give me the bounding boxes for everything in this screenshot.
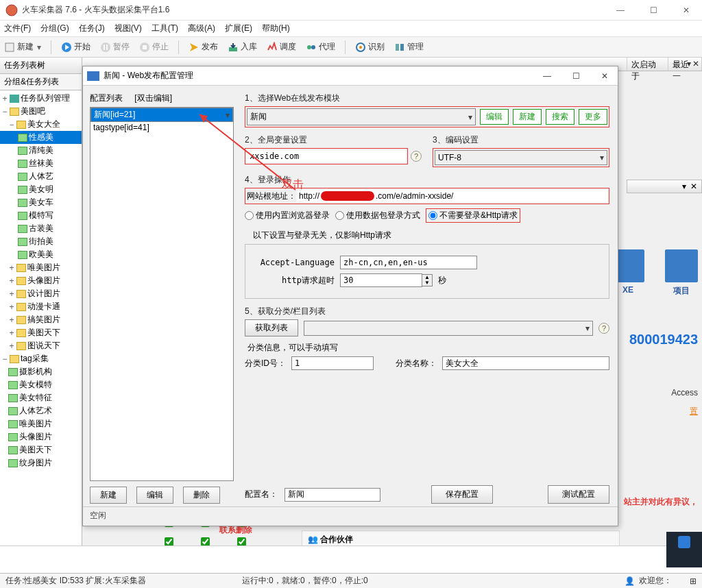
- pane-close-icon[interactable]: ✕: [692, 59, 699, 69]
- dialog-status: 空闲: [83, 506, 618, 523]
- config-name-input[interactable]: [285, 488, 380, 502]
- settings-link[interactable]: 置: [690, 406, 698, 417]
- root-url-input[interactable]: http:// .com/e/admin-xxside/: [296, 190, 607, 202]
- task-tree[interactable]: +任务队列管理 −美图吧 −美女大全 性感美 清纯美 丝袜美 人体艺 美女明 美…: [0, 90, 82, 566]
- maximize-button[interactable]: ☐: [643, 5, 664, 15]
- cat-hint: 分类信息，可以手动填写: [247, 342, 609, 354]
- module-more-button[interactable]: 更多: [579, 109, 607, 125]
- root-url-label: 网站根地址：: [247, 191, 296, 202]
- phone-number: 800019423: [629, 332, 698, 347]
- help-icon[interactable]: ?: [598, 323, 609, 334]
- status-run: 运行中:0，就绪:0，暂停:0，停止:0: [242, 575, 368, 587]
- cat-name-label: 分类名称：: [396, 358, 437, 369]
- menu-tool[interactable]: 工具(T): [152, 23, 178, 34]
- menu-view[interactable]: 视图(V): [114, 23, 142, 34]
- module-select[interactable]: 新闻: [247, 108, 476, 125]
- config-item[interactable]: 新闻[id=21]: [90, 108, 233, 122]
- radio-no-login[interactable]: 不需要登录&Http请求: [428, 210, 518, 221]
- people-icon: 👥: [308, 535, 318, 544]
- tb-new[interactable]: 新建▾: [4, 41, 41, 53]
- config-list[interactable]: 新闻[id=21] tagstype[id=41]: [90, 107, 234, 481]
- svg-point-14: [359, 46, 362, 49]
- svg-point-11: [307, 45, 311, 49]
- config-new-button[interactable]: 新建: [90, 487, 127, 504]
- tree-pane-tab[interactable]: 分组&任务列表: [0, 74, 82, 90]
- radio-packet-login[interactable]: 使用数据包登录方式: [335, 210, 420, 221]
- category-select[interactable]: [304, 321, 593, 336]
- objection-note: 站主并对此有异议，: [624, 496, 698, 508]
- svg-point-12: [311, 45, 315, 49]
- cat-name-input[interactable]: [442, 356, 609, 370]
- tb-stop[interactable]: 停止: [139, 41, 169, 53]
- global-var-input[interactable]: [247, 150, 406, 162]
- config-list-header: 配置列表 [双击编辑]: [90, 93, 234, 104]
- section2-label: 2、全局变量设置: [245, 134, 422, 146]
- menubar: 文件(F) 分组(G) 任务(J) 视图(V) 工具(T) 高级(A) 扩展(E…: [0, 21, 702, 37]
- toolbar: 新建▾ 开始 暂停 停止 发布 入库 调度 代理 识别 管理: [0, 37, 702, 58]
- section4-label: 4、登录操作: [245, 174, 609, 186]
- svg-rect-15: [396, 44, 399, 51]
- tb-publish[interactable]: 发布: [189, 41, 218, 53]
- cat-id-input[interactable]: [291, 356, 374, 370]
- svg-rect-1: [5, 43, 14, 51]
- menu-extension[interactable]: 扩展(E): [225, 23, 252, 34]
- tb-import[interactable]: 入库: [228, 41, 257, 53]
- pane2-down-icon[interactable]: ▾: [682, 182, 686, 191]
- menu-advanced[interactable]: 高级(A): [188, 23, 215, 34]
- svg-point-4: [101, 42, 110, 52]
- tb-manage[interactable]: 管理: [394, 41, 424, 53]
- save-config-button[interactable]: 保存配置: [431, 485, 493, 504]
- encoding-select[interactable]: UTF-8: [435, 150, 607, 165]
- module-edit-button[interactable]: 编辑: [480, 109, 509, 125]
- tb-recognize[interactable]: 识别: [355, 41, 385, 53]
- config-item[interactable]: tagstype[id=41]: [90, 122, 233, 133]
- minimize-button[interactable]: —: [610, 5, 631, 15]
- section3-label: 3、编码设置: [433, 134, 609, 146]
- svg-point-0: [6, 5, 17, 16]
- close-button[interactable]: ✕: [676, 5, 697, 15]
- status-task: 任务:性感美女 ID:533 扩展:火车采集器: [5, 575, 146, 587]
- user-icon: 👤: [625, 576, 635, 586]
- tb-proxy[interactable]: 代理: [306, 41, 335, 53]
- pane-down-icon[interactable]: ▾: [687, 59, 691, 69]
- win-flag-icon: ⊞: [690, 576, 697, 586]
- menu-help[interactable]: 帮助(H): [262, 23, 290, 34]
- http-hint: 以下设置与登录无关，仅影响Http请求: [253, 230, 609, 241]
- project-icon[interactable]: [665, 249, 698, 282]
- config-delete-button[interactable]: 删除: [183, 487, 220, 504]
- dialog-maximize-button[interactable]: ☐: [567, 71, 585, 81]
- get-list-button[interactable]: 获取列表: [245, 319, 298, 336]
- svg-rect-16: [400, 44, 404, 51]
- config-name-label: 配置名：: [245, 489, 278, 500]
- col-last-start[interactable]: 次启动于: [627, 58, 669, 71]
- statusbar: 任务:性感美女 ID:533 扩展:火车采集器 运行中:0，就绪:0，暂停:0，…: [0, 573, 702, 588]
- tb-pause[interactable]: 暂停: [100, 41, 130, 53]
- module-search-button[interactable]: 搜索: [546, 109, 574, 125]
- tb-start[interactable]: 开始: [61, 41, 90, 53]
- config-edit-button[interactable]: 编辑: [136, 487, 173, 504]
- section5-label: 5、获取分类/栏目列表: [245, 306, 609, 317]
- test-config-button[interactable]: 测试配置: [548, 485, 609, 504]
- dialog-icon: [87, 71, 99, 81]
- access-label: Access: [671, 388, 698, 397]
- pane2-close-icon[interactable]: ✕: [690, 182, 697, 191]
- app-logo-icon: [5, 4, 18, 16]
- dialog-close-button[interactable]: ✕: [596, 71, 614, 81]
- radio-browser-login[interactable]: 使用内置浏览器登录: [245, 210, 330, 221]
- menu-task[interactable]: 任务(J): [79, 23, 105, 34]
- tb-debug[interactable]: 调度: [267, 41, 296, 53]
- timeout-input[interactable]: [340, 273, 422, 287]
- section1-label: 1、选择Web在线发布模块: [245, 93, 609, 104]
- help-icon[interactable]: ?: [411, 151, 422, 162]
- titlebar: 火车采集器 7.6 - 火车头数据采集平台1.6 — ☐ ✕: [0, 0, 702, 21]
- task-tree-pane: 任务列表树 分组&任务列表 +任务队列管理 −美图吧 −美女大全 性感美 清纯美…: [0, 58, 82, 566]
- tray-widget[interactable]: [666, 532, 702, 567]
- svg-rect-8: [143, 45, 147, 49]
- menu-group[interactable]: 分组(G): [40, 23, 69, 34]
- spin-down-icon[interactable]: ▼: [422, 280, 432, 286]
- module-new-button[interactable]: 新建: [513, 109, 542, 125]
- menu-file[interactable]: 文件(F): [4, 23, 31, 34]
- dialog-title: 新闻 - Web发布配置管理: [104, 70, 538, 82]
- dialog-minimize-button[interactable]: —: [538, 71, 556, 81]
- accept-language-input[interactable]: [340, 256, 477, 269]
